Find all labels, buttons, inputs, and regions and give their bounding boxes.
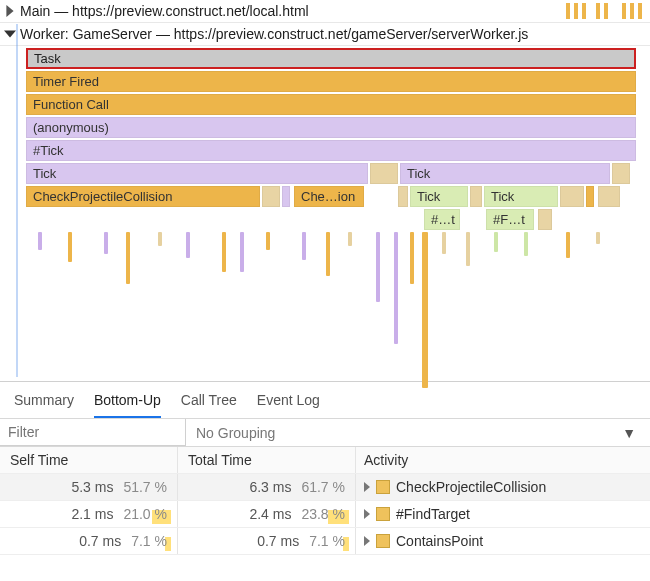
table-row[interactable]: 2.1 ms21.0 %2.4 ms23.8 %#FindTarget	[0, 501, 650, 528]
col-total-time[interactable]: Total Time	[178, 447, 356, 473]
tab-bottom-up[interactable]: Bottom-Up	[94, 392, 161, 418]
flame-bar[interactable]	[370, 163, 398, 184]
grouping-select[interactable]: No Grouping ▼	[186, 419, 650, 446]
flame-bar[interactable]	[586, 186, 594, 207]
table-row[interactable]: 5.3 ms51.7 %6.3 ms61.7 %CheckProjectileC…	[0, 474, 650, 501]
flame-bar[interactable]	[262, 186, 280, 207]
flame-task[interactable]: Task	[26, 48, 636, 69]
flame-chart[interactable]: Task Timer Fired Function Call (anonymou…	[0, 46, 650, 381]
flame-bar[interactable]	[612, 163, 630, 184]
flame-timer-fired[interactable]: Timer Fired	[26, 71, 636, 92]
grouping-label: No Grouping	[196, 425, 275, 441]
activity-name: CheckProjectileCollision	[396, 479, 546, 495]
total-ms: 0.7 ms	[257, 533, 299, 549]
total-pct: 23.8 %	[301, 506, 345, 522]
flame-tick-green-1[interactable]: Tick	[410, 186, 468, 207]
self-ms: 0.7 ms	[79, 533, 121, 549]
table-header: Self Time Total Time Activity	[0, 447, 650, 474]
flame-bar[interactable]	[538, 209, 552, 230]
chevron-right-icon	[364, 482, 370, 492]
col-activity[interactable]: Activity	[356, 447, 650, 473]
self-ms: 5.3 ms	[71, 479, 113, 495]
main-activity-ticks	[566, 3, 642, 19]
total-ms: 2.4 ms	[249, 506, 291, 522]
self-pct: 7.1 %	[131, 533, 167, 549]
flame-find-target-1[interactable]: #…t	[424, 209, 460, 230]
chevron-down-icon: ▼	[622, 425, 636, 441]
flame-function-call[interactable]: Function Call	[26, 94, 636, 115]
flame-tick-1[interactable]: Tick	[26, 163, 368, 184]
activity-color-swatch	[376, 507, 390, 521]
chevron-right-icon	[4, 5, 16, 17]
flame-bar[interactable]	[470, 186, 482, 207]
table-row[interactable]: 0.7 ms7.1 %0.7 ms7.1 %ContainsPoint	[0, 528, 650, 555]
activity-color-swatch	[376, 480, 390, 494]
thread-worker-label: Worker: GameServer — https://preview.con…	[20, 26, 528, 42]
filter-input[interactable]	[0, 419, 186, 446]
tab-call-tree[interactable]: Call Tree	[181, 392, 237, 418]
flame-bar[interactable]	[282, 186, 290, 207]
thread-main-label: Main — https://preview.construct.net/loc…	[20, 3, 309, 19]
self-ms: 2.1 ms	[71, 506, 113, 522]
total-pct: 7.1 %	[309, 533, 345, 549]
chevron-right-icon	[364, 536, 370, 546]
flame-find-target-2[interactable]: #F…t	[486, 209, 534, 230]
flame-bar[interactable]	[598, 186, 620, 207]
thread-header-worker[interactable]: Worker: GameServer — https://preview.con…	[0, 23, 650, 46]
flame-anonymous[interactable]: (anonymous)	[26, 117, 636, 138]
tab-event-log[interactable]: Event Log	[257, 392, 320, 418]
flame-bar[interactable]	[398, 186, 408, 207]
flame-check-collision-2[interactable]: Che…ion	[294, 186, 364, 207]
activity-name: #FindTarget	[396, 506, 470, 522]
tab-summary[interactable]: Summary	[14, 392, 74, 418]
activity-name: ContainsPoint	[396, 533, 483, 549]
flame-detail-strips	[26, 232, 646, 390]
flame-tick-2[interactable]: Tick	[400, 163, 610, 184]
total-ms: 6.3 ms	[249, 479, 291, 495]
activity-color-swatch	[376, 534, 390, 548]
chevron-down-icon	[4, 28, 16, 40]
thread-header-main[interactable]: Main — https://preview.construct.net/loc…	[0, 0, 650, 23]
flame-check-collision[interactable]: CheckProjectileCollision	[26, 186, 260, 207]
flame-hashtick[interactable]: #Tick	[26, 140, 636, 161]
self-pct: 51.7 %	[123, 479, 167, 495]
flame-tick-green-2[interactable]: Tick	[484, 186, 558, 207]
chevron-right-icon	[364, 509, 370, 519]
col-self-time[interactable]: Self Time	[0, 447, 178, 473]
total-pct: 61.7 %	[301, 479, 345, 495]
self-pct: 21.0 %	[123, 506, 167, 522]
flame-bar[interactable]	[560, 186, 584, 207]
